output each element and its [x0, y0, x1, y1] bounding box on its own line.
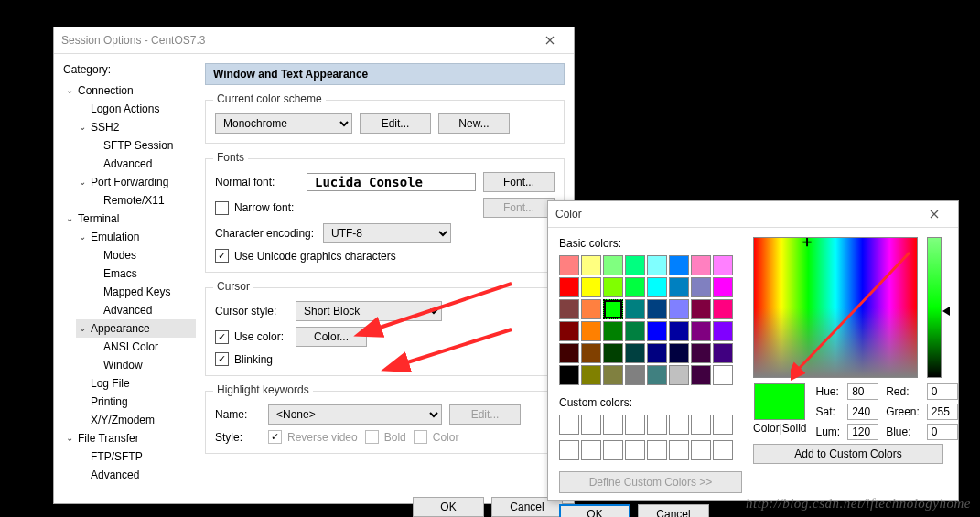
color-swatch[interactable] — [581, 365, 601, 385]
color-cancel-button[interactable]: Cancel — [638, 504, 709, 517]
use-color-checkbox[interactable]: Use color: — [215, 330, 288, 344]
color-ok-button[interactable]: OK — [559, 504, 630, 517]
font-button[interactable]: Font... — [483, 172, 555, 192]
color-swatch[interactable] — [647, 255, 667, 275]
color-swatch[interactable] — [691, 343, 711, 363]
sat-input[interactable] — [847, 404, 878, 420]
tree-window[interactable]: Window — [89, 356, 196, 374]
color-swatch[interactable] — [603, 343, 623, 363]
color-swatch[interactable] — [691, 255, 711, 275]
color-swatch[interactable] — [713, 365, 733, 385]
color-swatch[interactable] — [603, 321, 623, 341]
color-swatch[interactable] — [669, 365, 689, 385]
custom-color-swatch[interactable] — [713, 415, 733, 435]
custom-color-swatch[interactable] — [669, 415, 689, 435]
color-swatch[interactable] — [647, 299, 667, 319]
color-swatch[interactable] — [669, 299, 689, 319]
color-swatch[interactable] — [559, 321, 579, 341]
close-icon[interactable] — [918, 201, 951, 227]
color-swatch[interactable] — [581, 321, 601, 341]
color-swatch[interactable] — [713, 255, 733, 275]
tree-emulation-advanced[interactable]: Advanced — [89, 301, 196, 319]
tree-emulation[interactable]: ⌄Emulation — [76, 228, 196, 246]
ok-button[interactable]: OK — [413, 497, 484, 517]
color-swatch[interactable] — [603, 299, 623, 319]
unicode-checkbox[interactable]: Use Unicode graphics characters — [215, 249, 396, 263]
color-swatch[interactable] — [625, 321, 645, 341]
tree-appearance[interactable]: ⌄Appearance — [76, 319, 196, 338]
custom-color-swatch[interactable] — [713, 440, 733, 460]
color-gradient[interactable]: ✛ — [753, 237, 918, 378]
color-swatch[interactable] — [625, 343, 645, 363]
custom-color-swatch[interactable] — [559, 415, 579, 435]
tree-mapped-keys[interactable]: Mapped Keys — [89, 283, 196, 301]
scheme-edit-button[interactable]: Edit... — [360, 113, 431, 134]
blinking-checkbox[interactable]: Blinking — [215, 352, 273, 366]
color-swatch[interactable] — [559, 277, 579, 297]
custom-color-swatch[interactable] — [647, 440, 667, 460]
close-icon[interactable] — [533, 27, 566, 53]
tree-emacs[interactable]: Emacs — [89, 264, 196, 283]
tree-ftp-sftp[interactable]: FTP/SFTP — [76, 447, 196, 466]
scheme-select[interactable]: Monochrome — [215, 113, 352, 134]
color-swatch[interactable] — [581, 277, 601, 297]
color-swatch[interactable] — [713, 321, 733, 341]
color-swatch[interactable] — [669, 321, 689, 341]
color-button[interactable]: Color... — [296, 327, 367, 347]
color-swatch[interactable] — [581, 343, 601, 363]
color-swatch[interactable] — [691, 299, 711, 319]
blue-input[interactable] — [927, 424, 958, 440]
tree-terminal[interactable]: ⌄Terminal — [63, 210, 196, 228]
tree-ft-advanced[interactable]: Advanced — [76, 466, 196, 484]
tree-ssh2-advanced[interactable]: Advanced — [89, 155, 196, 173]
color-swatch[interactable] — [625, 365, 645, 385]
color-swatch[interactable] — [713, 277, 733, 297]
color-swatch[interactable] — [559, 299, 579, 319]
custom-color-swatch[interactable] — [581, 440, 601, 460]
custom-color-swatch[interactable] — [691, 415, 711, 435]
color-swatch[interactable] — [691, 277, 711, 297]
color-swatch[interactable] — [669, 343, 689, 363]
tree-file-transfer[interactable]: ⌄File Transfer — [63, 429, 196, 447]
red-input[interactable] — [927, 383, 958, 400]
tree-printing[interactable]: Printing — [76, 393, 196, 411]
color-swatch[interactable] — [669, 255, 689, 275]
color-swatch[interactable] — [691, 321, 711, 341]
custom-color-swatch[interactable] — [625, 415, 645, 435]
hue-input[interactable] — [847, 383, 878, 400]
category-tree[interactable]: ⌄Connection Logon Actions ⌄SSH2 SFTP Ses… — [63, 81, 196, 484]
custom-color-swatch[interactable] — [691, 440, 711, 460]
green-input[interactable] — [927, 404, 958, 420]
color-swatch[interactable] — [581, 299, 601, 319]
add-custom-button[interactable]: Add to Custom Colors — [753, 444, 943, 464]
tree-logon-actions[interactable]: Logon Actions — [76, 100, 196, 118]
color-swatch[interactable] — [625, 255, 645, 275]
color-swatch[interactable] — [669, 277, 689, 297]
color-swatch[interactable] — [647, 365, 667, 385]
hl-name-select[interactable]: <None> — [268, 404, 442, 425]
tree-modes[interactable]: Modes — [89, 246, 196, 264]
tree-log-file[interactable]: Log File — [76, 374, 196, 393]
color-swatch[interactable] — [647, 321, 667, 341]
tree-ssh2[interactable]: ⌄SSH2 — [76, 118, 196, 136]
custom-color-swatch[interactable] — [625, 440, 645, 460]
tree-connection[interactable]: ⌄Connection — [63, 81, 196, 100]
custom-color-swatch[interactable] — [647, 415, 667, 435]
lum-input[interactable] — [847, 424, 878, 440]
color-swatch[interactable] — [603, 365, 623, 385]
custom-color-swatch[interactable] — [581, 415, 601, 435]
tree-remote-x11[interactable]: Remote/X11 — [89, 191, 196, 210]
tree-port-forwarding[interactable]: ⌄Port Forwarding — [76, 173, 196, 191]
color-swatch[interactable] — [625, 277, 645, 297]
color-swatch[interactable] — [559, 343, 579, 363]
custom-color-swatch[interactable] — [603, 440, 623, 460]
color-swatch[interactable] — [713, 343, 733, 363]
color-swatch[interactable] — [603, 255, 623, 275]
cursor-style-select[interactable]: Short Block — [296, 301, 442, 321]
custom-color-swatch[interactable] — [603, 415, 623, 435]
tree-ansi-color[interactable]: ANSI Color — [89, 338, 196, 356]
color-swatch[interactable] — [691, 365, 711, 385]
color-swatch[interactable] — [625, 299, 645, 319]
tree-xyzmodem[interactable]: X/Y/Zmodem — [76, 411, 196, 429]
color-swatch[interactable] — [581, 255, 601, 275]
